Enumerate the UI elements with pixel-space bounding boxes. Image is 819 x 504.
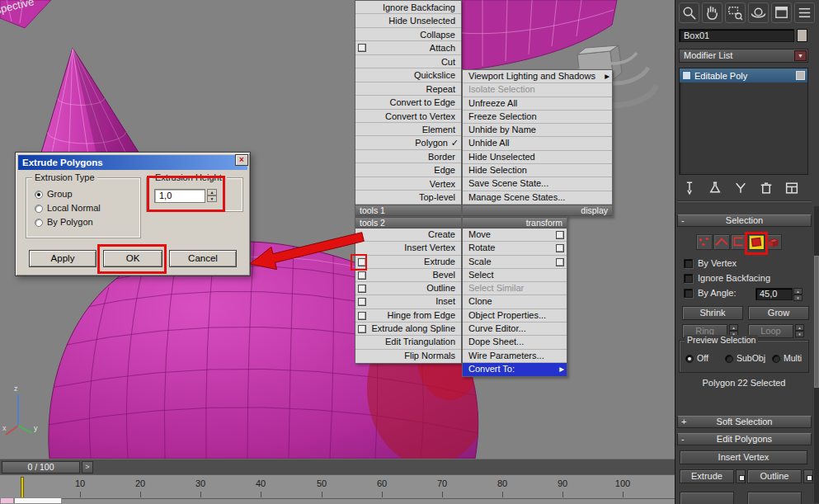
radio-icon[interactable] bbox=[35, 219, 43, 227]
ok-button[interactable]: OK bbox=[103, 250, 162, 267]
qm-edit-triangulation[interactable]: Edit Triangulation bbox=[355, 336, 461, 349]
qm-scale[interactable]: Scale bbox=[463, 256, 567, 269]
move-settings-box-icon[interactable] bbox=[556, 231, 564, 239]
attach-settings-box-icon[interactable] bbox=[358, 44, 366, 52]
spinner-down-icon[interactable]: ▼ bbox=[207, 195, 217, 202]
qm-select-similar[interactable]: Select Similar bbox=[463, 282, 567, 295]
extrude-button[interactable]: Extrude bbox=[680, 469, 734, 483]
rollout-expand-icon[interactable]: + bbox=[681, 417, 686, 427]
pin-stack-icon[interactable] bbox=[680, 180, 700, 196]
qm-manage-scene-states[interactable]: Manage Scene States... bbox=[463, 191, 612, 205]
qm-polygon[interactable]: Polygon ✓ bbox=[355, 136, 461, 149]
qm-object-properties[interactable]: Object Properties... bbox=[463, 309, 567, 323]
remove-modifier-icon[interactable] bbox=[757, 180, 777, 196]
qm-hide-unselected-2[interactable]: Hide Unselected bbox=[463, 151, 612, 164]
configure-modifier-sets-icon[interactable] bbox=[783, 180, 803, 196]
modifier-list-dropdown[interactable]: Modifier List ▼ bbox=[679, 49, 808, 63]
by-angle-spinner[interactable]: ▲ ▼ bbox=[793, 288, 803, 301]
time-slider-track[interactable]: 0 / 100 > bbox=[0, 459, 675, 474]
extrusion-height-input[interactable]: 1,0 bbox=[154, 189, 205, 203]
radio-by-polygon[interactable]: By Polygon bbox=[35, 217, 93, 227]
shrink-button[interactable]: Shrink bbox=[682, 306, 743, 320]
rollout-collapse-icon[interactable]: - bbox=[681, 434, 685, 445]
insert-vertex-button[interactable]: Insert Vertex bbox=[680, 450, 807, 464]
apply-button[interactable]: Apply bbox=[29, 250, 96, 267]
ignore-backfacing-checkbox[interactable] bbox=[684, 274, 693, 283]
qm-repeat[interactable]: Repeat bbox=[355, 82, 461, 96]
time-marker[interactable] bbox=[21, 477, 24, 498]
stack-row-toggle-icon[interactable] bbox=[796, 71, 805, 80]
panel-scrollbar[interactable] bbox=[814, 206, 819, 503]
qm-convert-to[interactable]: Convert To: ▶ bbox=[463, 363, 567, 376]
hinge-settings-box-icon[interactable] bbox=[358, 312, 366, 320]
inset-settings-box-icon[interactable] bbox=[358, 298, 366, 306]
qm-border[interactable]: Border bbox=[355, 150, 461, 163]
radio-icon[interactable] bbox=[35, 191, 43, 199]
qm-extrude-along-spline[interactable]: Extrude along Spline bbox=[355, 323, 461, 336]
zoom-icon[interactable] bbox=[679, 2, 699, 23]
zoom-region-icon[interactable] bbox=[725, 2, 746, 23]
time-slider-button[interactable]: 0 / 100 bbox=[2, 461, 80, 473]
bevel-settings-box-icon[interactable] bbox=[358, 271, 366, 280]
by-angle-input[interactable]: 45,0 bbox=[755, 288, 793, 300]
soft-selection-rollout-header[interactable]: + Soft Selection bbox=[677, 416, 812, 428]
qm-hide-selection[interactable]: Hide Selection bbox=[463, 164, 612, 177]
rollout-collapse-icon[interactable]: - bbox=[681, 215, 685, 226]
qm-convert-to-edge[interactable]: Convert to Edge bbox=[355, 96, 461, 109]
qm-cut[interactable]: Cut bbox=[355, 55, 461, 68]
partial-button-row[interactable] bbox=[680, 492, 734, 504]
qm-select[interactable]: Select bbox=[463, 269, 567, 282]
qm-clone[interactable]: Clone bbox=[463, 295, 567, 309]
qm-outline[interactable]: Outline bbox=[355, 282, 461, 295]
spinner-up-icon[interactable]: ▲ bbox=[207, 189, 217, 195]
edit-polygons-rollout-header[interactable]: - Edit Polygons bbox=[677, 433, 812, 445]
pan-icon[interactable] bbox=[702, 2, 723, 23]
object-color-swatch[interactable] bbox=[797, 29, 807, 42]
qm-create[interactable]: Create bbox=[355, 228, 461, 242]
close-icon[interactable]: × bbox=[235, 154, 248, 166]
qm-freeze-selection[interactable]: Freeze Selection bbox=[463, 111, 612, 124]
qm-convert-to-vertex[interactable]: Convert to Vertex bbox=[355, 110, 461, 123]
dialog-title[interactable]: Extrude Polygons bbox=[18, 155, 247, 170]
by-angle-checkbox[interactable] bbox=[684, 289, 693, 298]
qm-inset[interactable]: Inset bbox=[355, 295, 461, 309]
scrollbar-thumb[interactable] bbox=[814, 256, 819, 388]
qm-bevel[interactable]: Bevel bbox=[355, 269, 461, 282]
next-frame-icon[interactable]: > bbox=[82, 461, 93, 473]
spinner-down-icon[interactable]: ▼ bbox=[793, 294, 803, 301]
menu-icon[interactable] bbox=[794, 2, 815, 23]
qm-curve-editor[interactable]: Curve Editor... bbox=[463, 323, 567, 336]
spinner-up-icon[interactable]: ▲ bbox=[793, 288, 803, 294]
qm-unhide-all[interactable]: Unhide All bbox=[463, 137, 612, 150]
spinner-up-icon[interactable]: ▲ bbox=[729, 324, 738, 331]
qm-isolate-selection[interactable]: Isolate Selection bbox=[463, 83, 612, 97]
radio-icon[interactable] bbox=[685, 355, 694, 363]
qm-unhide-by-name[interactable]: Unhide by Name bbox=[463, 124, 612, 137]
qm-unfreeze-all[interactable]: Unfreeze All bbox=[463, 97, 612, 111]
extrude-settings-box-icon[interactable] bbox=[358, 258, 366, 266]
radio-group[interactable]: Group bbox=[35, 189, 73, 199]
loop-spinner[interactable]: ▲ ▼ bbox=[795, 324, 804, 337]
qm-collapse[interactable]: Collapse bbox=[355, 28, 461, 41]
spinner-down-icon[interactable]: ▼ bbox=[795, 331, 804, 337]
preview-off-radio[interactable]: Off bbox=[685, 353, 708, 363]
preview-subobj-radio[interactable]: SubObj bbox=[725, 353, 765, 363]
selection-rollout-header[interactable]: - Selection bbox=[677, 214, 812, 227]
radio-icon[interactable] bbox=[772, 355, 780, 363]
mini-listener-pink[interactable] bbox=[0, 497, 14, 504]
qm-top-level[interactable]: Top-level bbox=[355, 191, 461, 204]
element-subobject-icon[interactable] bbox=[765, 234, 782, 250]
qm-insert-vertex[interactable]: Insert Vertex bbox=[355, 242, 461, 255]
qm-viewport-lighting[interactable]: Viewport Lighting and Shadows ▶ bbox=[463, 70, 612, 83]
preview-multi-radio[interactable]: Multi bbox=[772, 353, 802, 363]
orbit-icon[interactable] bbox=[748, 2, 769, 23]
cancel-button[interactable]: Cancel bbox=[169, 250, 237, 267]
mini-listener-white[interactable] bbox=[14, 497, 62, 504]
vertex-subobject-icon[interactable] bbox=[696, 234, 713, 250]
radio-local-normal[interactable]: Local Normal bbox=[35, 203, 101, 213]
maximize-viewport-icon[interactable] bbox=[771, 2, 792, 23]
extrusion-height-spinner[interactable]: ▲ ▼ bbox=[207, 189, 217, 203]
spinner-up-icon[interactable]: ▲ bbox=[795, 324, 804, 331]
qm-flip-normals[interactable]: Flip Normals bbox=[355, 350, 461, 363]
qm-quickslice[interactable]: Quickslice bbox=[355, 68, 461, 82]
